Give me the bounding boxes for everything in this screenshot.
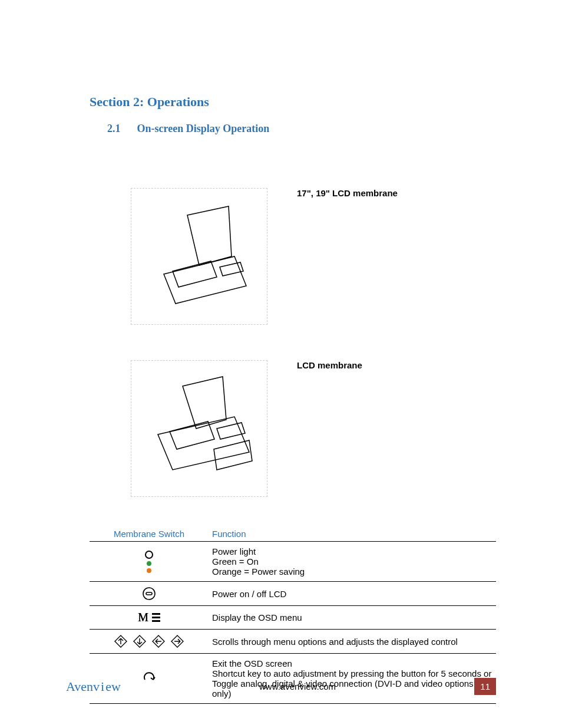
section-title: Section 2: Operations xyxy=(90,94,496,110)
table-row: M Display the OSD menu xyxy=(90,606,496,630)
switch-power-button xyxy=(90,582,209,606)
svg-rect-10 xyxy=(146,592,152,595)
m-letter-icon: M xyxy=(138,611,148,624)
arrow-up-diamond-icon xyxy=(114,634,128,648)
product-figure-1 xyxy=(131,188,267,325)
arrow-right-diamond-icon xyxy=(170,634,184,648)
switch-menu-button: M xyxy=(90,606,209,630)
table-row: Power light Green = On Orange = Power sa… xyxy=(90,542,496,582)
footer-logo: Avenview xyxy=(66,679,121,694)
power-button-icon xyxy=(142,587,156,601)
function-cell: Scrolls through menu options and adjusts… xyxy=(209,630,496,654)
svg-marker-5 xyxy=(170,421,214,449)
subsection-number: 2.1 xyxy=(107,123,121,135)
table-row: Power on / off LCD xyxy=(90,582,496,606)
function-cell: Display the OSD menu xyxy=(209,606,496,630)
arrow-down-diamond-icon xyxy=(133,634,147,648)
function-cell: Power light Green = On Orange = Power sa… xyxy=(209,542,496,582)
footer-url: www.avenview.com xyxy=(121,681,475,691)
svg-marker-4 xyxy=(158,417,249,470)
subsection-title: On-screen Display Operation xyxy=(137,123,270,135)
svg-marker-6 xyxy=(183,377,226,429)
membrane-switch-table: Membrane Switch Function Power light xyxy=(90,526,496,704)
circle-outline-icon xyxy=(145,551,153,559)
switch-power-indicator xyxy=(90,542,209,582)
dot-green-icon xyxy=(147,561,151,566)
table-header-function: Function xyxy=(209,526,496,542)
switch-arrows xyxy=(90,630,209,654)
svg-marker-2 xyxy=(187,206,232,265)
table-row: Scrolls through menu options and adjusts… xyxy=(90,630,496,654)
table-header-switch: Membrane Switch xyxy=(90,526,209,542)
svg-point-9 xyxy=(143,588,155,599)
figure-caption-1: 17", 19" LCD membrane xyxy=(297,188,398,198)
menu-bars-icon xyxy=(152,613,160,622)
arrow-left-diamond-icon xyxy=(151,634,166,648)
function-cell: Power on / off LCD xyxy=(209,582,496,606)
svg-marker-1 xyxy=(173,261,217,287)
figure-caption-2: LCD membrane xyxy=(297,360,362,370)
footer-page-number: 11 xyxy=(474,678,496,695)
dot-orange-icon xyxy=(147,568,151,573)
product-figure-2 xyxy=(131,360,267,497)
